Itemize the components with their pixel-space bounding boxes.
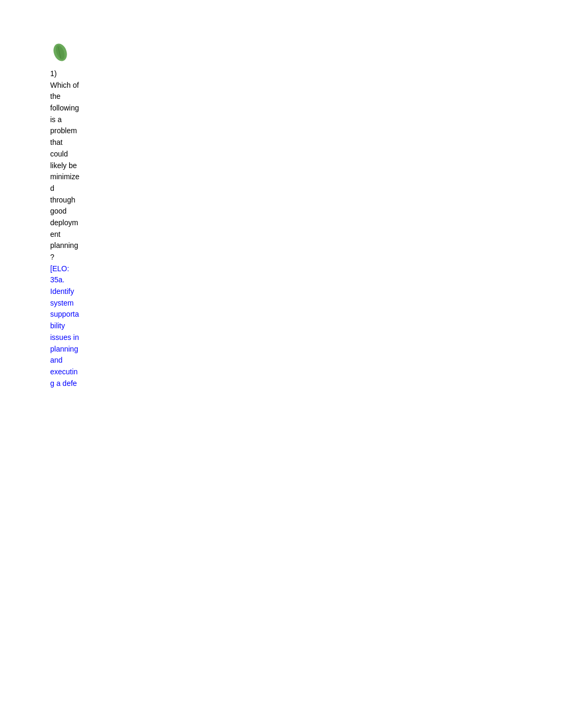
question-number: 1) bbox=[50, 68, 81, 80]
question-body: Which of the following is a problem that… bbox=[50, 80, 81, 263]
content-block: 1) Which of the following is a problem t… bbox=[50, 42, 561, 389]
leaf-icon bbox=[50, 42, 70, 68]
page-container: 1) Which of the following is a problem t… bbox=[0, 0, 561, 728]
elo-link[interactable]: [ELO: 35a. Identify system supportabilit… bbox=[50, 263, 81, 390]
